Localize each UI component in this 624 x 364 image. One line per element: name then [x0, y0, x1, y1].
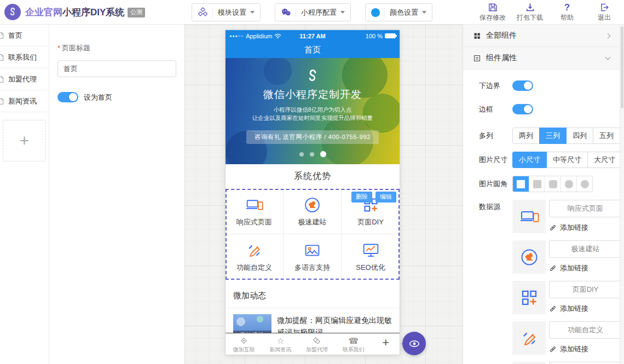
chevron-right-icon	[605, 33, 611, 38]
radius-swatch-0[interactable]	[513, 176, 529, 192]
tab-agent[interactable]: 加盟代理	[299, 335, 336, 354]
chevron-down-icon	[422, 11, 426, 16]
scrollbar-thumb[interactable]	[621, 26, 623, 108]
image-radius-swatches	[512, 176, 593, 192]
phone-preview: ●●●○○ Applidium 11:27 AM 100 % 首页 微信小程序定…	[226, 30, 400, 355]
chain-link-icon	[549, 224, 557, 232]
add-link-button[interactable]: 添加链接	[549, 303, 620, 314]
columns-option-5[interactable]: 五列	[593, 128, 620, 144]
battery-label: 100 %	[366, 33, 383, 39]
banner-subtitle: 小程序以微信8亿用户为切入点 让企业以及商家在短时间里实现提升品牌和销量	[252, 106, 373, 122]
datasource-title-input[interactable]	[549, 321, 620, 339]
component-props-header[interactable]: 组件属性	[463, 47, 620, 70]
set-home-label: 设为首页	[84, 93, 112, 102]
page-title-input[interactable]	[57, 60, 176, 77]
bottom-border-toggle[interactable]	[512, 80, 533, 91]
add-link-button[interactable]: 添加链接	[549, 344, 620, 355]
add-link-button[interactable]: 添加链接	[549, 263, 620, 274]
datasource-title-input[interactable]	[549, 240, 620, 258]
page-icon	[0, 76, 5, 83]
miniprogram-config-menu[interactable]: 小程序配置	[275, 3, 351, 21]
page-diy-icon	[519, 288, 539, 308]
tags-icon	[312, 336, 321, 345]
datasource-thumb	[512, 240, 546, 274]
tab-news[interactable]: ☆ 新闻资讯	[262, 335, 299, 354]
phone-status-bar: ●●●○○ Applidium 11:27 AM 100 %	[226, 30, 400, 42]
image-size-small[interactable]: 小尺寸	[512, 152, 547, 168]
banner-component[interactable]: 微信小程序定制开发 小程序以微信8亿用户为切入点 让企业以及商家在短时间里实现提…	[226, 58, 400, 164]
datasource-item: 添加链接	[512, 281, 620, 314]
columns-option-3[interactable]: 三列	[539, 128, 567, 144]
exit-button[interactable]: 退出	[591, 2, 617, 22]
columns-option-4[interactable]: 四列	[566, 128, 593, 144]
page-title-label: *页面标题	[57, 43, 176, 53]
fast-build-icon	[519, 247, 539, 267]
all-components-header[interactable]: 全部组件	[463, 25, 620, 47]
datasource-item: 添加链接	[512, 321, 620, 355]
border-toggle[interactable]	[512, 104, 533, 114]
image-size-medium[interactable]: 中等尺寸	[546, 152, 588, 168]
color-circle-icon	[371, 8, 380, 17]
chevron-down-icon	[250, 11, 255, 16]
chain-link-icon	[549, 305, 557, 313]
columns-option-2[interactable]: 两列	[512, 128, 540, 144]
module-settings-menu[interactable]: 模块设置	[192, 3, 261, 21]
sidebar-item-home[interactable]: 首页	[0, 25, 49, 47]
datasource-label: 数据源	[479, 200, 512, 212]
star-icon: ☆	[276, 336, 284, 345]
columns-label: 多列	[479, 131, 512, 141]
brand: 企业官网小程序DIY系统公测	[0, 4, 145, 20]
add-page-button[interactable]: +	[3, 120, 46, 161]
tabbar-add-button[interactable]: +	[372, 336, 400, 353]
bottom-border-label: 下边界	[479, 81, 512, 91]
phone-nav-bar: 首页	[226, 42, 400, 58]
image-size-large[interactable]: 大尺寸	[587, 152, 620, 168]
download-button[interactable]: 打包下载	[517, 2, 543, 22]
property-list-icon	[473, 54, 481, 62]
page-form-panel: *页面标题 设为首页	[49, 25, 184, 364]
radius-swatch-2[interactable]	[545, 176, 561, 192]
datasource-title-input[interactable]	[549, 200, 620, 217]
diamond-logo-icon	[239, 336, 249, 345]
radius-swatch-1[interactable]	[529, 176, 545, 192]
phone-page-title: 首页	[304, 45, 321, 55]
datasource-item: 添加链接	[512, 200, 620, 233]
sidebar-item-agent[interactable]: 加盟代理	[0, 68, 49, 90]
tab-weijia[interactable]: 微加互联	[226, 335, 262, 354]
exit-icon	[599, 2, 610, 13]
datasource-title-input[interactable]	[549, 281, 620, 298]
page-icon	[0, 32, 5, 39]
header-actions: 保存修改 打包下载 ? 帮助 退出	[479, 2, 624, 22]
radius-swatch-4[interactable]	[576, 176, 592, 192]
sidebar-item-news[interactable]: 新闻资讯	[0, 90, 49, 112]
image-size-segmented-control: 小尺寸 中等尺寸 大尺寸	[512, 152, 620, 168]
banner-promo-pill: 咨询有礼 送官网小程序 / 400-0755-992	[246, 130, 379, 144]
datasource-thumb	[512, 362, 546, 364]
inspector-panel: 全部组件 组件属性 下边界 边框 多列 两列 三列 四列	[463, 25, 620, 364]
sidebar-item-contact[interactable]: 联系我们	[0, 47, 49, 68]
add-link-button[interactable]: 添加链接	[549, 222, 620, 233]
page-icon	[0, 54, 5, 61]
save-icon	[488, 2, 498, 13]
right-scrollbar[interactable]	[620, 25, 624, 364]
datasource-item	[512, 362, 620, 364]
chevron-down-icon	[340, 11, 345, 16]
delete-component-button[interactable]: 删除	[351, 192, 372, 203]
datasource-thumb	[512, 321, 546, 355]
carousel-dots[interactable]	[299, 151, 326, 157]
header-menus: 模块设置 小程序配置 颜色设置	[192, 3, 432, 21]
edit-component-button[interactable]: 编辑	[375, 192, 396, 203]
chevron-down-icon	[605, 55, 611, 60]
datasource-thumb	[512, 200, 546, 233]
columns-segmented-control: 两列 三列 四列 五列	[512, 128, 620, 144]
set-home-toggle[interactable]	[57, 92, 78, 102]
datasource-title-input[interactable]	[549, 362, 620, 364]
miniprogram-logo-icon	[304, 68, 321, 86]
tab-contact[interactable]: ☎ 联系我们	[335, 335, 372, 354]
color-settings-menu[interactable]: 颜色设置	[365, 3, 432, 21]
datasource-item: 添加链接	[512, 240, 620, 274]
preview-button[interactable]	[402, 332, 426, 355]
save-button[interactable]: 保存修改	[479, 2, 506, 22]
help-button[interactable]: ? 帮助	[554, 2, 580, 22]
radius-swatch-3[interactable]	[561, 176, 576, 192]
